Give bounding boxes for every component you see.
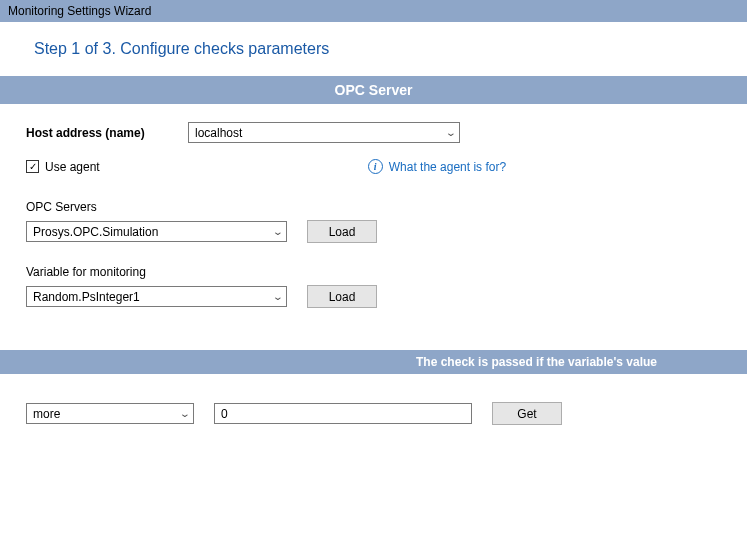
host-address-combo[interactable]: localhost ⌄ [188, 122, 460, 143]
host-row: Host address (name) localhost ⌄ [26, 122, 721, 143]
opc-servers-block: OPC Servers Prosys.OPC.Simulation ⌄ Load [26, 200, 721, 243]
main-content: Host address (name) localhost ⌄ Use agen… [0, 104, 747, 340]
use-agent-row: Use agent i What the agent is for? [26, 159, 721, 174]
chevron-down-icon: ⌄ [179, 408, 190, 419]
variable-block: Variable for monitoring Random.PsInteger… [26, 265, 721, 308]
condition-bar: The check is passed if the variable's va… [0, 350, 747, 374]
variable-value: Random.PsInteger1 [33, 290, 140, 304]
opc-servers-value: Prosys.OPC.Simulation [33, 225, 158, 239]
variable-label: Variable for monitoring [26, 265, 721, 279]
condition-row: more ⌄ Get [0, 374, 747, 425]
use-agent-label: Use agent [45, 160, 100, 174]
get-button[interactable]: Get [492, 402, 562, 425]
chevron-down-icon: ⌄ [272, 226, 283, 237]
window-title: Monitoring Settings Wizard [8, 4, 151, 18]
agent-help-link[interactable]: What the agent is for? [389, 160, 506, 174]
step-heading: Step 1 of 3. Configure checks parameters [0, 22, 747, 76]
opc-servers-label: OPC Servers [26, 200, 721, 214]
condition-operator-combo[interactable]: more ⌄ [26, 403, 194, 424]
condition-value-input[interactable] [214, 403, 472, 424]
section-bar-opc-server: OPC Server [0, 76, 747, 104]
chevron-down-icon: ⌄ [445, 127, 456, 138]
load-variable-button[interactable]: Load [307, 285, 377, 308]
window-titlebar: Monitoring Settings Wizard [0, 0, 747, 22]
host-label: Host address (name) [26, 126, 188, 140]
variable-combo[interactable]: Random.PsInteger1 ⌄ [26, 286, 287, 307]
use-agent-checkbox[interactable] [26, 160, 39, 173]
load-servers-button[interactable]: Load [307, 220, 377, 243]
host-address-value: localhost [195, 126, 242, 140]
chevron-down-icon: ⌄ [272, 291, 283, 302]
info-icon: i [368, 159, 383, 174]
opc-servers-combo[interactable]: Prosys.OPC.Simulation ⌄ [26, 221, 287, 242]
condition-operator-value: more [33, 407, 60, 421]
agent-help: i What the agent is for? [368, 159, 506, 174]
